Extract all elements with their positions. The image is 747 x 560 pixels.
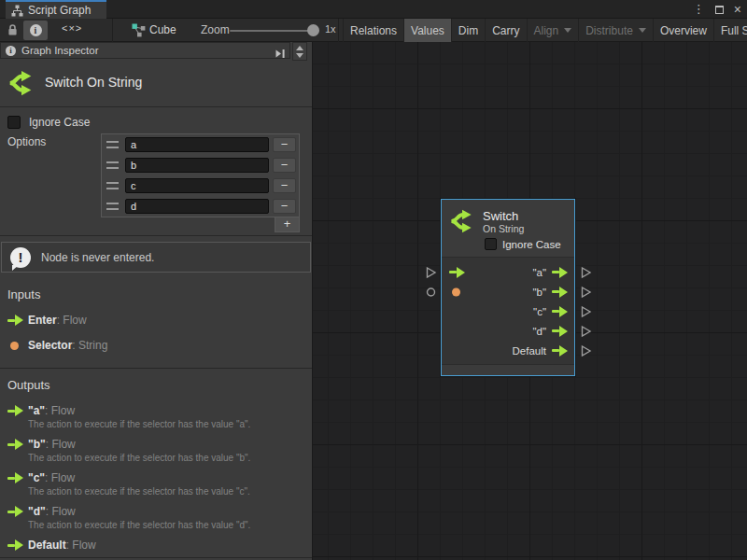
toolbar-button-carry[interactable]: Carry [485, 19, 526, 42]
port-row: Default : Flow [7, 539, 304, 552]
node-footer [442, 364, 574, 375]
flow-port-icon [7, 405, 23, 416]
window-controls: ⋮ × [693, 0, 741, 19]
graph-pointer-icon [132, 23, 146, 41]
option-input[interactable] [125, 158, 269, 173]
drag-handle-icon[interactable] [106, 141, 119, 148]
switch-on-string-node[interactable]: Switch On String Ignore Case "a""b""c""d… [441, 199, 575, 376]
remove-option-button[interactable]: − [273, 158, 296, 173]
flow-output-icon[interactable] [552, 345, 568, 357]
node-title-row: Switch On String [0, 59, 312, 106]
node-ports: "a""b""c""d"Default [442, 258, 574, 364]
toolbar-button-full-screen[interactable]: Full Screen [713, 19, 747, 42]
flow-output-icon[interactable] [552, 326, 568, 337]
port-type: : Flow [46, 505, 76, 518]
value-connector-icon[interactable] [426, 287, 436, 297]
ignore-case-checkbox[interactable] [485, 238, 497, 250]
port-row: "c" : Flow [7, 471, 304, 484]
node-subtitle: On String [483, 223, 524, 235]
toolbar-button-align[interactable]: Align [527, 19, 579, 42]
port-row: Selector : String [7, 339, 304, 352]
flow-input-icon[interactable] [449, 267, 465, 278]
node-port-row: "a" [442, 262, 574, 282]
graph-pointer-label[interactable]: Cube [149, 23, 176, 36]
node-box: Switch On String Ignore Case "a""b""c""d… [441, 199, 575, 376]
warning-icon: ! [10, 247, 31, 268]
node-port-row: "c" [442, 301, 574, 321]
options-row: − [102, 175, 299, 196]
flow-connector-icon[interactable] [581, 325, 592, 337]
flow-connector-icon[interactable] [426, 266, 437, 278]
tab-script-graph[interactable]: Script Graph [6, 0, 106, 19]
section-divider [0, 557, 312, 558]
option-input[interactable] [125, 137, 269, 152]
code-preview-icon[interactable]: <×> [62, 22, 82, 34]
warning-text: Node is never entered. [41, 251, 154, 264]
toolbar-button-relations[interactable]: Relations [343, 19, 403, 42]
drag-handle-icon[interactable] [106, 203, 119, 210]
ignore-case-checkbox[interactable] [7, 116, 21, 129]
window-menu-icon[interactable]: ⋮ [693, 0, 705, 19]
inspector-toggle-button[interactable]: i [23, 21, 48, 40]
remove-option-button[interactable]: − [273, 137, 296, 152]
graph-canvas[interactable]: Switch On String Ignore Case "a""b""c""d… [313, 42, 747, 560]
toolbar-separator [338, 19, 339, 42]
flow-connector-icon[interactable] [581, 266, 592, 278]
maximize-icon[interactable] [715, 6, 724, 14]
flow-connector-icon[interactable] [581, 344, 592, 357]
add-option-button[interactable]: + [275, 217, 300, 232]
options-list-box: −−−− [101, 133, 300, 217]
node-ignore-case-row: Ignore Case [485, 238, 569, 250]
graph-inspector-header[interactable]: i Graph Inspector [0, 42, 290, 59]
toolbar-button-values[interactable]: Values [403, 19, 451, 42]
flow-port-icon [7, 439, 23, 450]
outputs-rows: "a" : FlowThe action to execute if the s… [7, 404, 304, 552]
toolbar-button-overview[interactable]: Overview [653, 19, 713, 42]
drag-handle-icon[interactable] [106, 161, 119, 169]
port-type: : Flow [46, 438, 76, 451]
inspector-node-title: Switch On String [45, 75, 142, 90]
flow-output-icon[interactable] [552, 287, 568, 298]
options-row: − [102, 196, 299, 217]
remove-option-button[interactable]: − [273, 199, 296, 214]
port-row: "b" : Flow [7, 438, 304, 451]
node-port-row: Default [442, 341, 574, 360]
flow-output-icon[interactable] [552, 267, 568, 278]
flow-port-icon [7, 315, 23, 326]
outputs-heading: Outputs [7, 378, 304, 392]
node-header: Switch On String Ignore Case [442, 200, 574, 257]
value-port-icon [10, 342, 19, 350]
ignore-case-row: Ignore Case [7, 114, 304, 130]
zoom-slider-handle[interactable] [307, 24, 319, 36]
lock-icon[interactable] [7, 23, 19, 40]
close-icon[interactable]: × [734, 0, 741, 19]
node-port-row: "d" [442, 321, 574, 341]
toolbar-button-distribute[interactable]: Distribute [578, 19, 653, 42]
zoom-value: 1x [325, 23, 336, 35]
flow-connector-icon[interactable] [581, 286, 592, 298]
zoom-slider-track[interactable] [230, 30, 319, 32]
drag-handle-icon[interactable] [106, 182, 119, 189]
remove-option-button[interactable]: − [273, 178, 296, 193]
toolbar-button-dim[interactable]: Dim [451, 19, 485, 42]
node-port-row: "b" [442, 282, 574, 301]
tab-bar: Script Graph ⋮ × [0, 0, 747, 19]
flow-port-icon [7, 472, 23, 483]
flow-output-icon[interactable] [552, 306, 568, 317]
option-input[interactable] [125, 199, 269, 214]
option-input[interactable] [125, 178, 269, 193]
port-type: : Flow [45, 404, 75, 417]
tab-label: Script Graph [28, 4, 91, 17]
port-description: The action to execute if the selector ha… [28, 453, 304, 463]
graph-toolbar: i <×> Cube Zoom 1x RelationsValuesDimCar… [0, 19, 747, 42]
port-label: "d" [532, 326, 546, 337]
ignore-case-label: Ignore Case [29, 116, 90, 129]
port-label: "a" [532, 267, 546, 278]
port-description: The action to execute if the selector ha… [28, 486, 304, 497]
scroll-up-icon[interactable] [296, 46, 303, 50]
flow-connector-icon[interactable] [581, 305, 592, 317]
options-label: Options [7, 133, 101, 232]
info-icon: i [6, 46, 16, 56]
scroll-down-icon[interactable] [296, 53, 303, 58]
value-input-icon[interactable] [452, 287, 460, 296]
